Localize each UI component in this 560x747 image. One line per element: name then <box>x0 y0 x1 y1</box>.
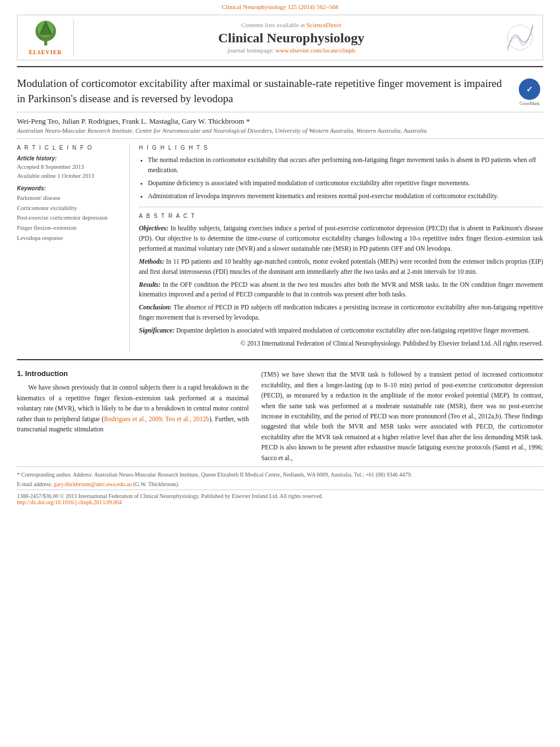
authors-line: Wei-Peng Teo, Julian P. Rodrigues, Frank… <box>17 117 543 126</box>
corresponding-author-note: * Corresponding author. Address: Austral… <box>17 470 543 479</box>
methods-label: Methods: <box>139 258 164 265</box>
results-label: Results: <box>139 281 160 288</box>
available-online: Available online 1 October 2013 <box>17 172 120 181</box>
article-info-section: A R T I C L E I N F O Article history: A… <box>17 145 120 243</box>
keyword-3: Post-exercise corticomotor depression <box>17 213 120 223</box>
article-title: Modulation of corticomotor excitability … <box>17 76 505 106</box>
footer-issn-text: 1388-2457/$36.00 © 2013 International Fe… <box>17 493 543 505</box>
abstract-heading: A B S T R A C T <box>139 213 543 219</box>
highlight-item-1: The normal reduction in corticomotor exc… <box>148 155 543 176</box>
intro-para-right: (TMS) we have shown that the MVR task is… <box>261 369 543 463</box>
journal-right-logo-area <box>503 22 537 53</box>
journal-title: Clinical Neurophysiology <box>80 30 503 46</box>
keyword-5: Levodopa response <box>17 233 120 243</box>
history-label: Article history: <box>17 155 120 161</box>
abstract-significance: Significance: Dopamine depletion is asso… <box>139 326 543 336</box>
significance-label: Significance: <box>139 327 174 334</box>
highlights-heading: H I G H L I G H T S <box>139 145 543 151</box>
highlights-section: H I G H L I G H T S The normal reduction… <box>139 145 543 201</box>
elsevier-logo: ELSEVIER <box>23 20 74 55</box>
article-info-heading: A R T I C L E I N F O <box>17 145 120 151</box>
keyword-4: Finger flexion–extension <box>17 223 120 233</box>
journal-citation-text: Clinical Neurophysiology 125 (2014) 562–… <box>222 3 339 10</box>
sciencedirect-link-text[interactable]: ScienceDirect <box>307 21 342 28</box>
article-title-section: Modulation of corticomotor excitability … <box>17 66 543 112</box>
main-content-area: Modulation of corticomotor excitability … <box>17 66 543 466</box>
abstract-objectives: Objectives: In healthy subjects, fatigui… <box>139 224 543 254</box>
section-divider <box>17 359 543 360</box>
footer-doi[interactable]: http://dx.doi.org/10.1016/j.clinph.2013.… <box>17 499 543 505</box>
elsevier-tree-icon <box>29 20 63 48</box>
authors-text: Wei-Peng Teo, Julian P. Rodrigues, Frank… <box>17 117 250 125</box>
highlight-item-3: Administration of levodopa improves move… <box>148 191 543 202</box>
keyword-2: Corticomotor excitability <box>17 203 120 213</box>
intro-para-left: We have shown previously that in control… <box>17 382 249 434</box>
keyword-1: Parkinson' disease <box>17 193 120 203</box>
journal-homepage-link[interactable]: www.elsevier.com/locate/clinph <box>275 47 355 54</box>
introduction-section: 1. Introduction We have shown previously… <box>17 366 543 466</box>
journal-center-header: Contents lists available at ScienceDirec… <box>80 21 503 54</box>
keywords-label: Keywords: <box>17 185 120 191</box>
email-note: E-mail address: gary.thickbroom@anri.uwa… <box>17 480 543 488</box>
two-col-info-section: A R T I C L E I N F O Article history: A… <box>17 138 543 351</box>
keywords-section: Keywords: Parkinson' disease Corticomoto… <box>17 185 120 243</box>
highlights-list: The normal reduction in corticomotor exc… <box>139 155 543 201</box>
email-link[interactable]: gary.thickbroom@anri.uwa.edu.au <box>54 481 133 487</box>
sciencedirect-line: Contents lists available at ScienceDirec… <box>80 21 503 28</box>
crossmark-icon: ✓ <box>519 78 540 100</box>
svg-rect-5 <box>40 38 50 41</box>
crossmark-label: CrossMark <box>519 101 540 106</box>
intro-col-right: (TMS) we have shown that the MVR task is… <box>259 369 543 466</box>
svg-text:✓: ✓ <box>526 85 533 94</box>
elsevier-brand-text: ELSEVIER <box>29 49 62 55</box>
accepted-date: Accepted 8 September 2013 <box>17 163 120 172</box>
journal-header: ELSEVIER Contents lists available at Sci… <box>17 15 543 60</box>
keywords-list: Parkinson' disease Corticomotor excitabi… <box>17 193 120 243</box>
abstract-conclusion: Conclusion: The absence of PECD in PD su… <box>139 303 543 323</box>
highlight-item-2: Dopamine deficiency is associated with i… <box>148 178 543 189</box>
intro-heading: 1. Introduction <box>17 369 249 378</box>
abstract-copyright: © 2013 International Federation of Clini… <box>139 339 543 349</box>
highlights-abstract-column: H I G H L I G H T S The normal reduction… <box>139 145 543 351</box>
journal-homepage: journal homepage: www.elsevier.com/locat… <box>80 47 503 54</box>
objectives-label: Objectives: <box>139 225 168 231</box>
journal-citation-bar: Clinical Neurophysiology 125 (2014) 562–… <box>0 0 560 11</box>
article-history: Article history: Accepted 8 September 20… <box>17 155 120 181</box>
footer-bottom-bar: 1388-2457/$36.00 © 2013 International Fe… <box>17 490 543 508</box>
crossmark-badge[interactable]: ✓ CrossMark <box>516 78 543 106</box>
article-info-column: A R T I C L E I N F O Article history: A… <box>17 145 130 351</box>
affiliation-line: Australian Neuro-Muscular Research Insti… <box>17 127 543 134</box>
conclusion-label: Conclusion: <box>139 304 172 311</box>
journal-decorative-icon <box>505 22 536 53</box>
abstract-methods: Methods: In 11 PD patients and 10 health… <box>139 257 543 277</box>
intro-col-left: 1. Introduction We have shown previously… <box>17 369 259 466</box>
abstract-results: Results: In the OFF condition the PECD w… <box>139 280 543 300</box>
footer-notes: * Corresponding author. Address: Austral… <box>17 466 543 488</box>
article-title-container: Modulation of corticomotor excitability … <box>17 76 516 106</box>
abstract-section: A B S T R A C T Objectives: In healthy s… <box>139 207 543 348</box>
